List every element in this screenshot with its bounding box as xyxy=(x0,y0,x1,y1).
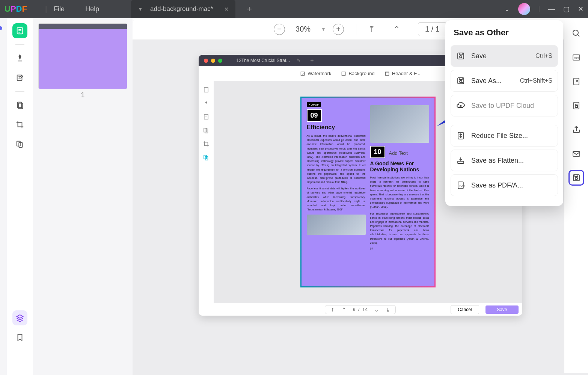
thumbnail-number: 1 xyxy=(38,91,127,99)
svg-rect-8 xyxy=(301,72,305,75)
reader-icon[interactable] xyxy=(12,23,27,38)
zoom-out-button[interactable]: − xyxy=(274,24,285,35)
first-page-icon[interactable]: ⤒ xyxy=(368,24,375,34)
svg-point-20 xyxy=(460,56,462,58)
nested-prev-page[interactable]: ⌃ xyxy=(342,307,346,313)
email-icon[interactable] xyxy=(568,146,584,162)
search-icon[interactable] xyxy=(568,26,584,41)
crop-icon[interactable] xyxy=(12,117,27,132)
chevron-down-icon[interactable]: ⌄ xyxy=(504,5,510,13)
svg-rect-33 xyxy=(575,106,577,107)
zoom-value[interactable]: 30% xyxy=(296,25,311,33)
svg-rect-13 xyxy=(204,88,208,92)
edge-handle[interactable] xyxy=(0,18,7,375)
page-indicator[interactable]: 1 / 1 xyxy=(418,22,447,36)
close-icon[interactable]: × xyxy=(224,5,229,14)
save-as-other-panel: Save as Other SaveCtrl+S Save As...Ctrl+… xyxy=(445,20,563,206)
menu-file[interactable]: File xyxy=(54,5,65,13)
document-tab[interactable]: ▼ add-background-mac* × xyxy=(131,0,235,18)
prev-page-icon[interactable]: ⌃ xyxy=(393,24,400,34)
save-flatten-button[interactable]: Save as Flatten... xyxy=(451,150,558,171)
svg-text:PDF/A: PDF/A xyxy=(459,184,465,187)
svg-rect-10 xyxy=(342,72,345,75)
nested-save-button[interactable]: Save xyxy=(485,305,518,314)
compress-icon xyxy=(456,131,465,140)
save-as-button[interactable]: Save As...Ctrl+Shift+S xyxy=(451,70,558,92)
divider: | xyxy=(45,5,47,14)
app-logo: UPDF xyxy=(5,4,27,14)
organize-icon[interactable] xyxy=(12,98,27,113)
svg-point-23 xyxy=(460,80,462,83)
traffic-light-min[interactable] xyxy=(211,59,215,63)
svg-rect-14 xyxy=(204,115,208,119)
svg-point-28 xyxy=(573,30,578,35)
svg-point-9 xyxy=(302,73,304,74)
layers-icon[interactable] xyxy=(12,310,27,325)
right-toolbar: OCR xyxy=(564,20,588,373)
save-to-cloud-button[interactable]: Save to UPDF Cloud xyxy=(451,95,558,116)
left-toolbar xyxy=(7,18,33,375)
svg-rect-21 xyxy=(459,53,462,55)
pdfa-icon: PDF/A xyxy=(456,181,465,190)
nested-organize-icon[interactable] xyxy=(203,127,210,134)
ocr-icon[interactable]: OCR xyxy=(568,50,584,65)
minimize-button[interactable]: — xyxy=(548,5,555,13)
panel-title: Save as Other xyxy=(454,28,555,38)
save-button[interactable]: SaveCtrl+S xyxy=(451,45,558,67)
nested-new-tab[interactable]: + xyxy=(310,57,314,64)
nested-next-page[interactable]: ⌄ xyxy=(374,307,379,313)
page-thumbnail[interactable] xyxy=(38,23,127,89)
document-page: ▪ UPDF 09 Efficiency As a result, the ba… xyxy=(300,97,436,287)
svg-rect-37 xyxy=(575,175,578,177)
save-as-icon xyxy=(456,76,465,85)
zoom-in-button[interactable]: + xyxy=(333,24,344,35)
nested-footer: ⤒ ⌃ 9 / 14 ⌄ ⤓ Cancel Save xyxy=(199,303,522,316)
save-pdfa-button[interactable]: PDF/A Save as PDF/A... xyxy=(451,174,558,196)
new-tab-button[interactable]: + xyxy=(247,4,252,14)
nested-last-page[interactable]: ⤓ xyxy=(386,307,390,313)
nested-edit-icon[interactable] xyxy=(203,113,210,120)
background-button[interactable]: Background xyxy=(341,71,374,76)
nested-reader-icon[interactable] xyxy=(203,86,210,93)
pencil-icon[interactable]: ✎ xyxy=(297,58,300,63)
tab-dropdown-icon[interactable]: ▼ xyxy=(138,6,143,12)
svg-point-36 xyxy=(575,177,577,180)
share-icon[interactable] xyxy=(568,122,584,138)
watermark-button[interactable]: Watermark xyxy=(300,71,331,76)
save-other-icon[interactable] xyxy=(568,170,584,186)
nested-first-page[interactable]: ⤒ xyxy=(330,307,335,313)
svg-text:OCR: OCR xyxy=(574,56,580,60)
close-button[interactable]: ✕ xyxy=(578,5,583,13)
nested-highlight-icon[interactable] xyxy=(203,100,210,107)
tab-title: add-background-mac* xyxy=(150,5,213,13)
doc-image xyxy=(370,105,429,143)
bookmark-icon[interactable] xyxy=(12,330,27,345)
header-footer-button[interactable]: Header & F... xyxy=(384,71,421,76)
compare-icon[interactable] xyxy=(12,137,27,152)
edit-icon[interactable] xyxy=(12,70,27,85)
user-avatar[interactable] xyxy=(518,3,530,15)
nested-tab-title: 12The Most Crucial Strat... xyxy=(237,58,290,63)
menu-help[interactable]: Help xyxy=(85,5,99,13)
traffic-light-max[interactable] xyxy=(218,59,222,63)
highlight-icon[interactable] xyxy=(12,51,27,66)
nested-cancel-button[interactable]: Cancel xyxy=(451,305,479,314)
svg-rect-25 xyxy=(458,161,464,163)
nested-crop-icon[interactable] xyxy=(203,141,210,147)
svg-rect-34 xyxy=(573,151,580,156)
export-icon[interactable] xyxy=(568,74,584,89)
protect-icon[interactable] xyxy=(568,98,584,113)
maximize-button[interactable]: ▢ xyxy=(563,5,570,13)
cloud-icon xyxy=(456,101,465,110)
traffic-light-close[interactable] xyxy=(204,59,208,63)
doc-image xyxy=(307,215,366,235)
nested-left-toolbar xyxy=(199,81,214,303)
nested-compare-icon[interactable] xyxy=(203,154,210,161)
title-bar: UPDF | File Help ▼ add-background-mac* ×… xyxy=(0,0,588,18)
save-icon xyxy=(456,51,465,60)
svg-rect-11 xyxy=(385,72,389,75)
flatten-icon xyxy=(456,156,465,165)
reduce-file-size-button[interactable]: Reduce File Size... xyxy=(451,125,558,147)
zoom-dropdown-icon[interactable]: ▼ xyxy=(321,26,326,32)
thumbnail-panel: 1 xyxy=(33,18,133,375)
